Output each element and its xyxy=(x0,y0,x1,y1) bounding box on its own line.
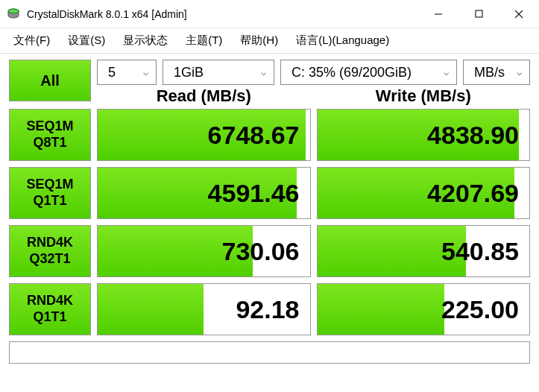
drive-select[interactable]: C: 35% (69/200GiB) ⌵ xyxy=(280,60,457,85)
menu-settings[interactable]: 设置(S) xyxy=(59,31,114,51)
svg-point-1 xyxy=(8,9,19,13)
menu-file[interactable]: 文件(F) xyxy=(4,31,59,51)
write-value-cell: 4838.90 xyxy=(317,109,531,161)
read-column-header: Read (MB/s) xyxy=(97,86,311,106)
header-spacer xyxy=(9,86,91,106)
close-button[interactable] xyxy=(499,0,539,28)
read-value: 92.18 xyxy=(236,295,299,324)
size-select[interactable]: 1GiB ⌵ xyxy=(163,60,274,85)
app-icon xyxy=(6,7,21,22)
read-value-cell: 92.18 xyxy=(97,283,311,335)
runs-value: 5 xyxy=(108,65,116,80)
read-value: 4591.46 xyxy=(208,179,300,208)
chevron-down-icon: ⌵ xyxy=(261,67,266,78)
drive-value: C: 35% (69/200GiB) xyxy=(291,65,412,80)
maximize-button[interactable] xyxy=(458,0,499,28)
svg-rect-3 xyxy=(476,10,482,17)
chevron-down-icon: ⌵ xyxy=(143,67,148,78)
test-button-rnd4k-q1t1[interactable]: RND4KQ1T1 xyxy=(9,283,91,335)
window-title: CrystalDiskMark 8.0.1 x64 [Admin] xyxy=(27,8,187,20)
benchmark-row: RND4KQ32T1730.06540.85 xyxy=(9,225,530,277)
test-button-rnd4k-q32t1[interactable]: RND4KQ32T1 xyxy=(9,225,91,277)
write-value: 540.85 xyxy=(441,237,519,266)
benchmark-row: SEQ1MQ1T14591.464207.69 xyxy=(9,167,530,219)
write-column-header: Write (MB/s) xyxy=(317,86,531,106)
write-value: 4838.90 xyxy=(427,121,519,150)
chevron-down-icon: ⌵ xyxy=(444,67,449,78)
unit-value: MB/s xyxy=(474,65,505,80)
write-value: 225.00 xyxy=(441,295,519,324)
test-name-line2: Q1T1 xyxy=(33,309,66,326)
benchmark-row: SEQ1MQ8T16748.674838.90 xyxy=(9,109,530,161)
benchmark-rows: SEQ1MQ8T16748.674838.90SEQ1MQ1T14591.464… xyxy=(9,109,530,335)
menubar: 文件(F) 设置(S) 显示状态 主题(T) 帮助(H) 语言(L)(Langu… xyxy=(0,28,539,54)
test-name-line1: RND4K xyxy=(27,235,73,251)
write-bar xyxy=(318,284,445,335)
test-name-line2: Q8T1 xyxy=(33,135,66,151)
menu-help[interactable]: 帮助(H) xyxy=(231,31,287,51)
read-bar xyxy=(98,284,204,335)
menu-language[interactable]: 语言(L)(Language) xyxy=(287,31,398,51)
titlebar: CrystalDiskMark 8.0.1 x64 [Admin] xyxy=(0,0,539,28)
test-name-line2: Q1T1 xyxy=(33,193,66,209)
benchmark-row: RND4KQ1T192.18225.00 xyxy=(9,283,530,335)
minimize-button[interactable] xyxy=(418,0,458,28)
test-button-seq1m-q8t1[interactable]: SEQ1MQ8T1 xyxy=(9,109,91,161)
read-value-cell: 6748.67 xyxy=(97,109,311,161)
test-name-line2: Q32T1 xyxy=(29,251,70,268)
menu-theme[interactable]: 主题(T) xyxy=(177,31,231,51)
test-name-line1: SEQ1M xyxy=(26,177,73,193)
status-strip xyxy=(9,341,530,364)
menu-state[interactable]: 显示状态 xyxy=(114,31,177,51)
test-name-line1: RND4K xyxy=(27,293,73,309)
write-value: 4207.69 xyxy=(427,179,519,208)
read-value: 6748.67 xyxy=(208,121,300,150)
test-name-line1: SEQ1M xyxy=(26,118,73,135)
chevron-down-icon: ⌵ xyxy=(517,67,522,78)
read-value-cell: 730.06 xyxy=(97,225,311,277)
write-value-cell: 225.00 xyxy=(317,283,531,335)
content-area: All 5 ⌵ 1GiB ⌵ C: 35% (69/200GiB) ⌵ MB/s… xyxy=(0,54,539,373)
write-value-cell: 4207.69 xyxy=(317,167,531,219)
test-button-seq1m-q1t1[interactable]: SEQ1MQ1T1 xyxy=(9,167,91,219)
read-value: 730.06 xyxy=(222,237,300,266)
read-value-cell: 4591.46 xyxy=(97,167,311,219)
column-headers: Read (MB/s) Write (MB/s) xyxy=(9,86,530,106)
size-value: 1GiB xyxy=(174,65,204,80)
runs-select[interactable]: 5 ⌵ xyxy=(97,60,157,85)
window-controls xyxy=(418,0,539,28)
unit-select[interactable]: MB/s ⌵ xyxy=(463,60,530,85)
write-value-cell: 540.85 xyxy=(317,225,531,277)
